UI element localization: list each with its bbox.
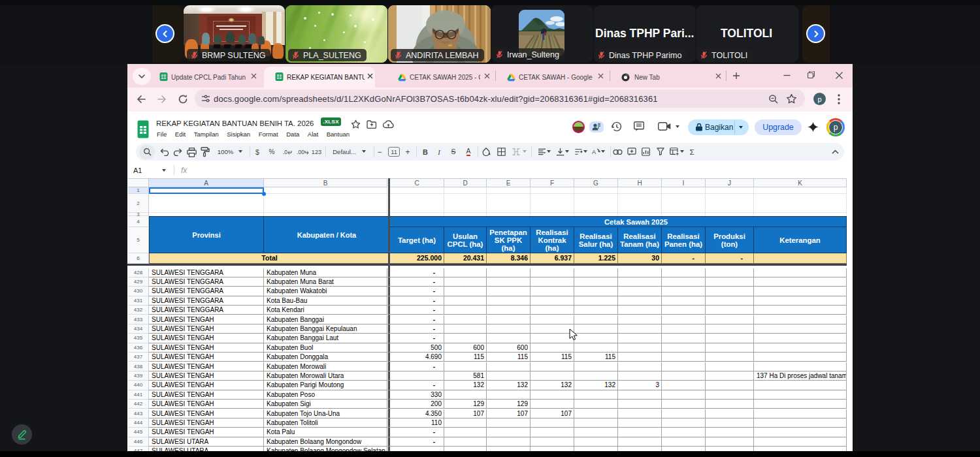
svg-text:A: A xyxy=(592,149,596,155)
